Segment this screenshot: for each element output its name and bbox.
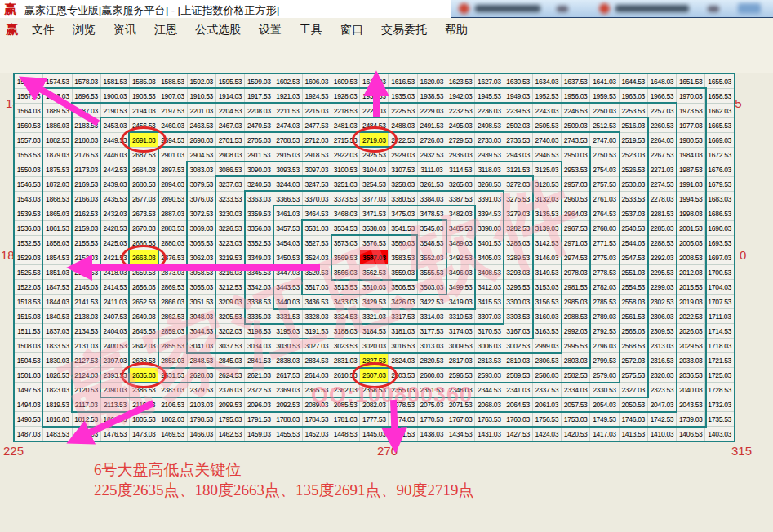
- grid-cell: 2243.03: [532, 104, 561, 118]
- grid-cell: 2733.03: [475, 133, 504, 148]
- grid-cell: 3037.53: [215, 339, 244, 353]
- grid-cell: 1795.03: [215, 412, 244, 427]
- grid-cell: 3464.53: [302, 206, 331, 221]
- grid-cell: 3202.03: [215, 324, 244, 339]
- grid-cell: 1966.53: [647, 89, 676, 104]
- menu-item[interactable]: 帮助: [436, 23, 477, 36]
- grid-cell: 2869.53: [158, 280, 187, 295]
- grid-cell: 3541.53: [389, 221, 417, 236]
- grid-cell: 2127.53: [72, 353, 100, 368]
- grid-cell: 1844.03: [43, 295, 72, 309]
- grid-cell: 2642.03: [130, 339, 158, 353]
- grid-cell: 2285.03: [647, 221, 676, 236]
- grid-cell: 2054.03: [590, 397, 619, 412]
- menu-item[interactable]: 窗口: [331, 23, 372, 36]
- grid-cell: 2533.53: [619, 192, 647, 206]
- grid-cell: 2880.03: [158, 236, 187, 250]
- annotation-line1: 6号大盘高低点关键位: [94, 459, 474, 480]
- grid-cell: 2197.53: [158, 104, 187, 118]
- grid-cell: 3160.03: [532, 309, 561, 324]
- grid-cell: 1781.03: [331, 412, 359, 427]
- grid-cell: 2124.03: [72, 368, 100, 383]
- menu-item[interactable]: 文件: [23, 23, 64, 36]
- grid-cell: 2302.53: [647, 295, 676, 309]
- grid-cell: 1921.03: [273, 89, 302, 104]
- grid-cell: 1448.53: [331, 427, 359, 441]
- grid-cell: 2558.03: [619, 295, 647, 309]
- grid-cell: 3478.53: [417, 206, 446, 221]
- menu-item[interactable]: 江恩: [145, 23, 186, 36]
- grid-cell: 2092.53: [273, 397, 302, 412]
- grid-cell: 3097.03: [302, 162, 331, 177]
- grid-cell: 2064.53: [504, 397, 532, 412]
- grid-cell: 2974.53: [562, 250, 590, 265]
- grid-cell: 3384.03: [417, 192, 446, 206]
- blurred-text: [708, 6, 719, 12]
- grid-cell: 1613.03: [360, 74, 389, 89]
- grid-cell: 2379.53: [187, 383, 215, 397]
- grid-cell: 3443.53: [273, 280, 302, 295]
- grid-cell: 2204.53: [215, 104, 244, 118]
- grid-cell: 2442.53: [100, 162, 129, 177]
- grid-cell: 2435.53: [100, 192, 129, 206]
- grid-cell: 1508.03: [15, 339, 43, 353]
- grid-cell: 2579.03: [590, 368, 619, 383]
- grid-cell: 2407.53: [100, 309, 129, 324]
- grid-cell: 2750.53: [590, 148, 619, 162]
- grid-cell: 1697.03: [705, 250, 735, 265]
- grid-cell: 2992.03: [562, 324, 590, 339]
- grid-cell: 2201.03: [187, 104, 215, 118]
- grid-cell: 1704.03: [705, 280, 735, 295]
- grid-cell: 2530.03: [619, 177, 647, 192]
- grid-cell: 3181.03: [389, 324, 417, 339]
- grid-cell: 3545.03: [417, 221, 446, 236]
- grid-cell: 3555.53: [417, 265, 446, 280]
- grid-cell: 1707.53: [705, 295, 735, 309]
- grid-cell: 3345.53: [245, 265, 273, 280]
- menu-item[interactable]: 工具: [291, 23, 331, 36]
- menu-item[interactable]: 浏览: [64, 23, 104, 36]
- menu-item[interactable]: 设置: [250, 23, 291, 36]
- grid-cell: 3587.03: [360, 250, 389, 265]
- grid-cell: 2757.53: [590, 177, 619, 192]
- grid-cell: 2253.53: [619, 104, 647, 118]
- grid-cell: 2187.03: [72, 104, 100, 118]
- grid-cell: 3338.53: [245, 295, 273, 309]
- grid-cell: 2411.03: [100, 295, 129, 309]
- grid-cell: 3258.03: [389, 177, 417, 192]
- grid-cell: 2152.03: [72, 250, 100, 265]
- grid-cell: 1518.53: [15, 295, 43, 309]
- grid-cell: 2089.03: [302, 397, 331, 412]
- grid-cell: 2943.03: [504, 148, 532, 162]
- menu-item[interactable]: 交易委托: [372, 23, 436, 36]
- grid-cell: 2747.03: [590, 133, 619, 148]
- grid-cell: 1445.03: [360, 427, 389, 441]
- grid-cell: 3510.03: [360, 280, 389, 295]
- grid-cell: 2719.03: [360, 133, 389, 148]
- grid-cell: 3429.53: [360, 295, 389, 309]
- grid-cell: 3573.03: [331, 236, 359, 250]
- grid-cell: 2652.53: [130, 295, 158, 309]
- grid-cell: 3289.53: [504, 250, 532, 265]
- grid-cell: 2344.53: [475, 383, 504, 397]
- grid-cell: 2582.53: [562, 368, 590, 383]
- grid-cell: 2316.53: [647, 353, 676, 368]
- grid-cell: 3293.03: [504, 265, 532, 280]
- grid-cell: 3121.53: [504, 162, 532, 177]
- grid-cell: 2806.53: [532, 353, 561, 368]
- grid-cell: 2043.53: [677, 397, 705, 412]
- grid-cell: 3401.53: [475, 236, 504, 250]
- grid-cell: 2523.03: [619, 148, 647, 162]
- grid-cell: 1931.53: [360, 89, 389, 104]
- grid-cell: 1459.03: [245, 427, 273, 441]
- grid-cell: 2281.53: [647, 206, 676, 221]
- grid-cell: 3146.03: [532, 250, 561, 265]
- grid-cell: 1858.03: [43, 236, 72, 250]
- grid-cell: 1410.03: [647, 427, 676, 441]
- grid-cell: 3240.53: [245, 177, 273, 192]
- menu-item[interactable]: 资讯: [104, 23, 145, 36]
- grid-cell: 3531.03: [302, 221, 331, 236]
- grid-cell: 2687.53: [130, 148, 158, 162]
- window-title: 赢家江恩专业版[赢家服务平台] - [上证指数价格正方形]: [24, 3, 279, 18]
- menu-item[interactable]: 公式选股: [186, 23, 250, 36]
